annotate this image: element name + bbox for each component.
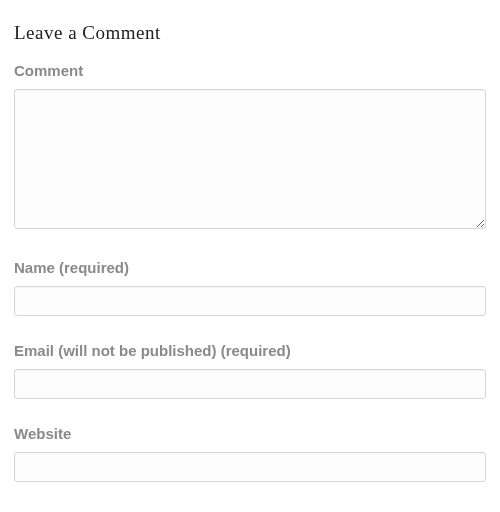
email-input[interactable] <box>14 369 486 399</box>
website-label: Website <box>14 425 486 442</box>
name-label: Name (required) <box>14 259 486 276</box>
email-label: Email (will not be published) (required) <box>14 342 486 359</box>
website-input[interactable] <box>14 452 486 482</box>
form-title: Leave a Comment <box>14 22 486 44</box>
name-input[interactable] <box>14 286 486 316</box>
comment-textarea[interactable] <box>14 89 486 229</box>
comment-label: Comment <box>14 62 486 79</box>
